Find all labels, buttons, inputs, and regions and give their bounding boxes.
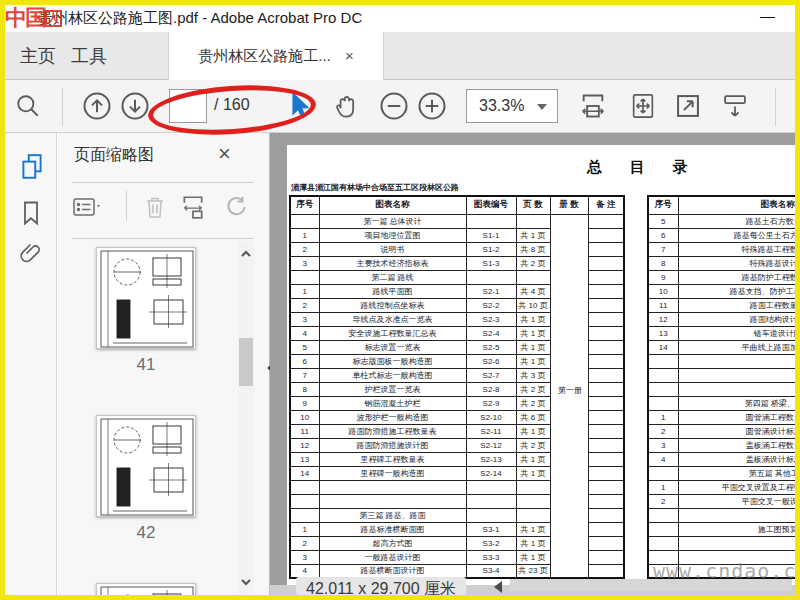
document-tab-label: 贵州林区公路施工... <box>198 47 331 64</box>
toc-row: 4安全设施工程数量汇总表S2-4共 1 页 <box>290 326 624 340</box>
zoom-level-dropdown[interactable]: 33.3% <box>466 89 558 123</box>
panel-scrollbar[interactable] <box>238 241 254 595</box>
toc-row: 1圆管涵工程数量表 <box>648 410 795 424</box>
toolbar-separator <box>62 88 63 126</box>
select-cursor-icon[interactable] <box>283 89 317 123</box>
toc-row: 1平面交叉设置及工程数量一览表 <box>648 480 795 494</box>
toc-column-header: 备 注 <box>588 196 624 214</box>
hide-toolbar-icon[interactable] <box>718 89 752 123</box>
acrobat-window: 中国人 贵州林区公路施工图.pdf - Adobe Acrobat Pro DC… <box>0 0 800 600</box>
toc-row <box>648 508 795 522</box>
toc-row: 9钢筋混凝土护栏S2-9共 2 页 <box>290 396 624 410</box>
scroll-left-icon[interactable] <box>494 581 502 593</box>
chevron-down-icon <box>537 104 547 110</box>
thumbnail-page-number: 41 <box>137 355 156 375</box>
stamp-box-glyph: 人 <box>45 10 62 27</box>
toc-table-right: 序号图表名称 5路基土石方数量表6路基每公里土石方数量表7特殊路基工程数量表8特… <box>647 195 795 579</box>
page-thumbnail-image[interactable] <box>96 583 196 595</box>
resize-pages-icon[interactable] <box>178 193 208 221</box>
page-thumbnail[interactable]: 42 <box>58 415 234 543</box>
thumbnail-options-icon[interactable] <box>72 193 102 221</box>
page-thumbnail-image[interactable] <box>96 247 196 349</box>
scroll-down-icon[interactable] <box>239 575 253 591</box>
scrollbar-thumb[interactable] <box>239 338 253 386</box>
toc-row: 第一篇 总体设计 <box>290 214 624 228</box>
zoom-out-button[interactable] <box>377 89 411 123</box>
pdf-page: 总 目 录 湄潭县湄江国有林场中合场至五工区段林区公路 序号图表名称图表编号页 … <box>287 145 795 585</box>
toc-row <box>290 494 624 508</box>
previous-page-button[interactable] <box>80 89 114 123</box>
thumbnails-panel: 页面缩略图 × 41 42 <box>58 133 270 595</box>
next-page-button[interactable] <box>118 89 152 123</box>
toc-row: 6路基每公里土石方数量表 <box>648 228 795 242</box>
toc-column-header: 图表编号 <box>466 196 516 214</box>
toc-row: 第五篇 其他工程 <box>648 466 795 480</box>
toc-row: 5标志设置一览表S2-5共 1 页 <box>290 340 624 354</box>
toc-row: 第二篇 路线 <box>290 270 624 284</box>
toc-row <box>648 382 795 396</box>
toc-column-header: 序号 <box>290 196 319 214</box>
tab-close-icon[interactable]: × <box>345 47 354 64</box>
toc-row: 13里程碑工程数量表S2-13共 1 页 <box>290 452 624 466</box>
toc-row: 4盖板涵设计标准图 <box>648 452 795 466</box>
divider <box>72 182 254 183</box>
toc-column-header: 页 数 <box>516 196 550 214</box>
page-size-status: 42.011 x 29.700 厘米 <box>296 577 466 595</box>
toc-row: 4路基横断面设计图S3-4共 23 页 <box>290 564 624 578</box>
toc-row <box>290 480 624 494</box>
toc-row: 2圆管涵设计标准图 <box>648 424 795 438</box>
toc-column-header: 图表名称 <box>319 196 466 214</box>
zoom-level-value: 33.3% <box>479 97 524 114</box>
toc-row: 9路基防护工程数量表 <box>648 270 795 284</box>
toc-row: 3一般路基设计图S3-3共 1 页 <box>290 550 624 564</box>
volume-note: 第一册 <box>551 385 589 396</box>
rotate-page-icon[interactable] <box>222 193 252 221</box>
page-number-input[interactable] <box>169 89 207 123</box>
search-icon[interactable] <box>11 89 45 123</box>
tab-document[interactable]: 贵州林区公路施工...× <box>168 32 384 80</box>
scroll-up-icon[interactable] <box>239 247 253 263</box>
divider <box>72 238 254 239</box>
horizontal-scrollbar[interactable] <box>510 579 792 591</box>
toc-row: 2说明书S1-2共 8 页 <box>290 242 624 256</box>
page-thumbnails-icon[interactable] <box>19 153 45 183</box>
toc-row: 12路面结构设计图 <box>648 312 795 326</box>
panel-close-icon[interactable]: × <box>218 141 231 167</box>
toc-column-header: 册 数 <box>550 196 588 214</box>
fit-page-icon[interactable] <box>626 89 660 123</box>
toc-row: 1路基标准横断面图S3-1共 1 页 <box>290 522 624 536</box>
fit-width-icon[interactable] <box>576 89 610 123</box>
tab-tools[interactable]: 工具 <box>71 32 107 80</box>
toc-column-header: 图表名称 <box>678 196 795 214</box>
title-bar: 中国人 贵州林区公路施工图.pdf - Adobe Acrobat Pro DC… <box>5 5 795 32</box>
page-thumbnail[interactable]: 43 <box>58 583 234 595</box>
toc-row: 7特殊路基工程数量表 <box>648 242 795 256</box>
toc-row: 2平面交叉一般设计图 <box>648 494 795 508</box>
panel-title: 页面缩略图 <box>74 145 154 166</box>
page-thumbnail[interactable]: 41 <box>58 247 234 375</box>
main-area: 页面缩略图 × 41 42 <box>5 133 795 595</box>
toc-row: 11路面防滑措施工程数量表S2-11共 1 页 <box>290 424 624 438</box>
toc-row: 12路面防滑措施设计图S2-12共 2 页 <box>290 438 624 452</box>
toc-row: 10波形护栏一般构造图S2-10共 6 页 <box>290 410 624 424</box>
toc-row: 施工图预算 <box>648 522 795 536</box>
tab-home[interactable]: 主页 <box>20 32 56 80</box>
toc-row: 11路面工程数量表 <box>648 298 795 312</box>
hand-tool-icon[interactable] <box>330 89 364 123</box>
delete-page-icon[interactable] <box>140 193 170 221</box>
toc-header-row: 序号图表名称 <box>648 196 795 214</box>
bookmarks-icon[interactable] <box>19 199 45 229</box>
toc-row: 2路线控制点坐标表S2-2共 10 页 <box>290 298 624 312</box>
zoom-in-button[interactable] <box>415 89 449 123</box>
page-thumbnail-image[interactable] <box>96 415 196 517</box>
toc-row: 8特殊路基设计图 <box>648 256 795 270</box>
attachments-icon[interactable] <box>19 239 45 269</box>
minimize-button[interactable]: — <box>760 7 775 24</box>
toc-row: 1路线平面图S2-1共 4 页 <box>290 284 624 298</box>
navigation-rail <box>5 133 57 595</box>
tab-bar: 主页 工具 贵州林区公路施工...× <box>5 32 795 80</box>
fullscreen-icon[interactable] <box>671 89 705 123</box>
toc-row: 5路基土石方数量表 <box>648 214 795 228</box>
window-title: 贵州林区公路施工图.pdf - Adobe Acrobat Pro DC <box>38 9 362 28</box>
thumbnail-page-number: 42 <box>137 523 156 543</box>
